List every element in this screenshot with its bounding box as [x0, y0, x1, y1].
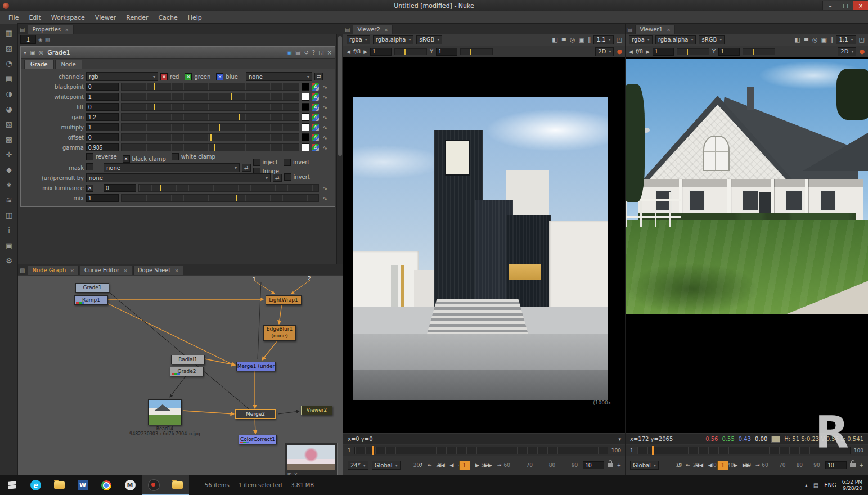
- gamma-input[interactable]: [718, 48, 740, 56]
- invert-premult-checkbox[interactable]: invert: [284, 173, 310, 181]
- mix-slider[interactable]: [121, 194, 319, 202]
- goto-start-icon[interactable]: ⇤: [686, 462, 690, 468]
- play-icon[interactable]: ▶: [734, 462, 737, 468]
- update-icon[interactable]: ◎: [570, 36, 575, 43]
- tab-viewer2[interactable]: Viewer2 ×: [353, 25, 393, 34]
- minimize-button[interactable]: –: [822, 1, 838, 10]
- zoom-select[interactable]: 1:1: [836, 35, 856, 44]
- preset-icon[interactable]: ▤: [295, 50, 300, 56]
- goto-end-icon[interactable]: ⇥: [497, 462, 502, 468]
- filter-icon[interactable]: ◕: [3, 103, 15, 114]
- tab-grade[interactable]: Grade: [24, 60, 54, 69]
- merge-icon[interactable]: ▩: [3, 133, 15, 145]
- panel-menu-icon[interactable]: ▤: [20, 26, 25, 33]
- metadata-icon[interactable]: i: [3, 224, 15, 236]
- gamma-input[interactable]: [436, 48, 457, 56]
- animation-curve-icon[interactable]: ∿: [321, 94, 329, 100]
- draw-icon[interactable]: ▨: [3, 42, 15, 53]
- manage-knobs-icon[interactable]: ▣: [287, 50, 292, 56]
- step-forward-icon[interactable]: ▶▶: [743, 462, 750, 468]
- viewer1-timeline[interactable]: 1 100: [626, 445, 868, 456]
- keyer-icon[interactable]: ▧: [3, 118, 15, 129]
- tab-node-graph[interactable]: Node Graph×: [28, 266, 79, 274]
- gamma-slider[interactable]: [121, 143, 299, 151]
- node-colorcorrect1[interactable]: ColorCorrect1: [239, 435, 277, 444]
- node-graph-canvas[interactable]: 1 2 Grade1Ramp1LightWrap1EdgeBlur1 (none…: [18, 276, 343, 475]
- playhead[interactable]: [372, 446, 374, 455]
- particles-icon[interactable]: ∗: [3, 179, 15, 190]
- close-tab-icon[interactable]: ×: [384, 27, 389, 33]
- prev-keyframe-icon[interactable]: ◀◀: [695, 462, 703, 468]
- close-tab-icon[interactable]: ×: [123, 268, 128, 273]
- whitepoint-slider[interactable]: [121, 93, 299, 101]
- gamma-slider[interactable]: [743, 48, 775, 55]
- stack-icon[interactable]: ≡: [804, 36, 809, 43]
- close-panel-icon[interactable]: ×: [327, 50, 332, 56]
- goto-end-icon[interactable]: ⇥: [755, 462, 760, 468]
- viewer2-canvas[interactable]: (1000x: [343, 57, 626, 433]
- color-swatch[interactable]: [302, 143, 309, 151]
- animation-curve-icon[interactable]: ∿: [321, 134, 329, 141]
- start-button[interactable]: [0, 475, 24, 495]
- animation-curve-icon[interactable]: ∿: [321, 104, 329, 110]
- fstop-up-icon[interactable]: ▶: [363, 49, 367, 55]
- green-channel-checkbox[interactable]: ×green: [185, 73, 210, 80]
- menu-item-workspace[interactable]: Workspace: [46, 14, 90, 21]
- menu-item-edit[interactable]: Edit: [24, 14, 46, 21]
- menu-item-help[interactable]: Help: [183, 14, 207, 21]
- multiply-slider[interactable]: [121, 123, 299, 131]
- fstop-up-icon[interactable]: ▶: [646, 49, 650, 55]
- render-indicator-icon[interactable]: ●: [617, 48, 622, 55]
- goto-start-icon[interactable]: ⇤: [428, 462, 432, 468]
- open-folder-icon[interactable]: [165, 475, 189, 495]
- alpha-layer-select[interactable]: rgba.alpha: [655, 35, 696, 44]
- lift-input[interactable]: [86, 103, 119, 111]
- clock[interactable]: 6:52 PM 9/28/20: [842, 479, 862, 492]
- color-swatch[interactable]: [302, 133, 309, 141]
- recorder-app-icon[interactable]: [142, 475, 165, 495]
- play-icon[interactable]: ▶: [475, 462, 479, 468]
- wipe-icon[interactable]: ◧: [794, 36, 800, 43]
- layer-select[interactable]: rgba: [347, 35, 370, 44]
- mix-input[interactable]: [86, 194, 119, 202]
- 3d-icon[interactable]: ◆: [3, 164, 15, 175]
- deep-icon[interactable]: ≋: [3, 194, 15, 205]
- lock-icon[interactable]: [608, 463, 613, 467]
- word-icon[interactable]: W: [71, 475, 95, 495]
- menu-item-file[interactable]: File: [3, 14, 24, 21]
- color-swatch[interactable]: [302, 103, 309, 111]
- node-edgeblur1-none[interactable]: EdgeBlur1 (none): [263, 325, 296, 341]
- node-lightwrap1[interactable]: LightWrap1: [266, 295, 302, 305]
- update-icon[interactable]: ◎: [812, 36, 818, 43]
- animation-curve-icon[interactable]: ∿: [321, 84, 329, 90]
- animation-curve-icon[interactable]: ∿: [321, 185, 329, 191]
- blue-channel-checkbox[interactable]: ×blue: [216, 73, 238, 80]
- node-ramp1[interactable]: Ramp1: [74, 295, 108, 305]
- node-merge2-under[interactable]: Merge2 (under): [235, 410, 276, 419]
- hidden-icons-chevron[interactable]: ▴: [805, 482, 808, 488]
- mix-luminance-input[interactable]: [104, 184, 136, 192]
- step-back-icon[interactable]: ◀: [708, 462, 712, 468]
- menu-item-render[interactable]: Render: [121, 14, 153, 21]
- close-tab-icon[interactable]: ×: [70, 268, 74, 273]
- lut-select[interactable]: sRGB: [416, 35, 442, 44]
- node-color-icon[interactable]: ▣: [30, 50, 35, 56]
- node-radial1[interactable]: Radial1: [171, 355, 205, 364]
- gamma-input[interactable]: [86, 143, 119, 151]
- gain-slider[interactable]: [394, 48, 427, 55]
- gain-slider[interactable]: [121, 113, 299, 121]
- channel-swap-icon[interactable]: ⇄: [314, 73, 323, 80]
- add-marker-icon[interactable]: +: [617, 462, 621, 468]
- close-button[interactable]: ×: [853, 1, 868, 10]
- red-channel-checkbox[interactable]: ×red: [160, 73, 179, 80]
- offset-slider[interactable]: [121, 133, 299, 141]
- mask-select[interactable]: none: [104, 163, 240, 172]
- whitepoint-input[interactable]: [86, 93, 119, 101]
- gain-input[interactable]: [653, 48, 674, 56]
- frame-increment-input[interactable]: [825, 461, 847, 469]
- blackpoint-input[interactable]: [86, 83, 119, 91]
- prev-keyframe-icon[interactable]: ◀◀: [437, 462, 445, 468]
- status-caret-icon[interactable]: ▾: [618, 436, 621, 442]
- mix-luminance-checkbox[interactable]: ×: [86, 184, 96, 192]
- views-badge[interactable]: 4: [312, 104, 319, 111]
